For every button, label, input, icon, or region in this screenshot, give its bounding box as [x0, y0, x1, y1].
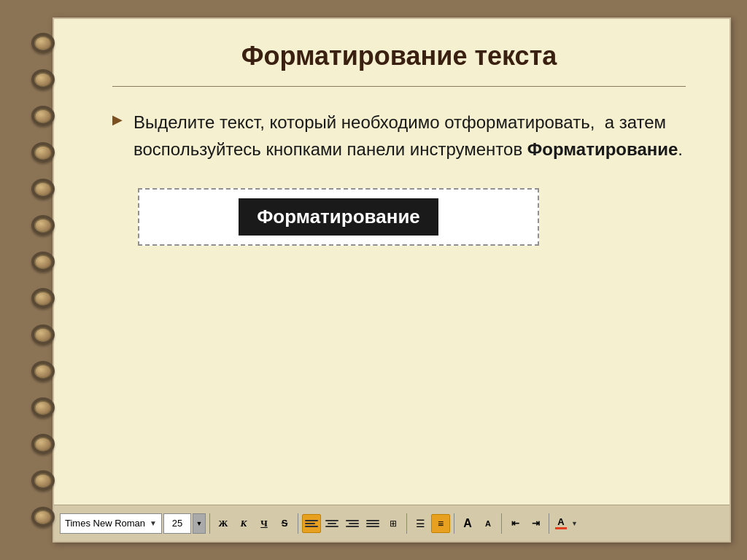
spiral-coil — [31, 179, 55, 199]
ordered-list-icon: ≡ — [438, 518, 444, 529]
align-line — [305, 526, 318, 527]
indent-increase-icon: ⇥ — [532, 518, 540, 529]
spiral-coil — [31, 252, 55, 272]
spiral-coil — [31, 361, 55, 381]
font-name-dropdown-arrow: ▼ — [150, 519, 157, 527]
font-size-box[interactable]: 25 — [163, 513, 191, 534]
ordered-list-button[interactable]: ≡ — [431, 514, 450, 533]
spiral-coil — [31, 142, 55, 163]
toolbar-preview-label: Форматирование — [239, 198, 438, 236]
spiral-coil — [31, 215, 55, 236]
outer-frame: Форматирование текста ▶ Выделите текст, … — [16, 10, 731, 550]
spiral-coil — [31, 397, 55, 418]
toolbar-image-preview: Форматирование — [138, 188, 539, 246]
bullet-section: ▶ Выделите текст, который необходимо отф… — [112, 109, 686, 163]
align-left-button[interactable] — [302, 514, 321, 533]
indent-decrease-icon: ⇤ — [511, 518, 519, 529]
font-increase-icon: A — [463, 517, 472, 530]
align-line — [366, 523, 379, 524]
align-justify-button[interactable] — [363, 514, 382, 533]
font-name-selector[interactable]: Times New Roman ▼ — [60, 513, 162, 534]
spiral-coil — [31, 33, 55, 53]
align-line — [305, 523, 315, 524]
size-arrow-icon: ▼ — [196, 520, 203, 527]
font-size-text: 25 — [172, 518, 182, 529]
list-icon: ☰ — [416, 518, 425, 529]
bold-formatting-word: Форматирование — [527, 139, 678, 159]
font-color-dropdown-arrow[interactable]: ▼ — [571, 520, 578, 527]
font-name-text: Times New Roman — [65, 518, 145, 529]
separator-1 — [209, 513, 210, 534]
slide-content: Форматирование текста ▶ Выделите текст, … — [54, 19, 729, 505]
unordered-list-button[interactable]: ☰ — [411, 514, 430, 533]
underline-button[interactable]: Ч — [255, 514, 274, 533]
spiral-coil — [31, 507, 55, 527]
slide-title: Форматирование текста — [112, 41, 686, 71]
align-line — [305, 520, 318, 521]
align-line — [366, 520, 379, 521]
spiral-coil — [31, 106, 55, 126]
align-line — [325, 520, 338, 521]
align-line — [328, 523, 336, 524]
font-color-bar — [555, 527, 567, 529]
font-color-letter: A — [557, 517, 564, 526]
font-size-dropdown[interactable]: ▼ — [193, 513, 206, 534]
align-center-button[interactable] — [322, 514, 341, 533]
bold-button[interactable]: Ж — [214, 514, 233, 533]
separator-2 — [298, 513, 298, 534]
bullet-icon: ▶ — [112, 112, 123, 128]
spiral-coil — [31, 288, 55, 308]
indent-decrease-button[interactable]: ⇤ — [506, 514, 525, 533]
align-line — [346, 526, 359, 527]
font-size-decrease-button[interactable]: A — [479, 514, 498, 533]
align-line — [366, 526, 379, 527]
align-line — [325, 526, 338, 527]
font-size-increase-button[interactable]: A — [458, 514, 477, 533]
separator-5 — [501, 513, 502, 534]
bullet-text: Выделите текст, который необходимо отфор… — [133, 109, 686, 163]
separator-3 — [406, 513, 407, 534]
columns-button[interactable]: ⊞ — [384, 514, 403, 533]
formatting-toolbar: Times New Roman ▼ 25 ▼ Ж К Ч — [54, 505, 729, 541]
font-decrease-icon: A — [485, 519, 491, 528]
separator-6 — [549, 513, 549, 534]
font-color-button[interactable]: A — [553, 515, 569, 532]
align-line — [349, 523, 359, 524]
indent-increase-button[interactable]: ⇥ — [526, 514, 545, 533]
spiral-binding — [25, 10, 61, 550]
columns-icon: ⊞ — [390, 518, 397, 529]
spiral-coil — [31, 434, 55, 454]
title-divider — [112, 86, 686, 87]
spiral-coil — [31, 324, 55, 345]
align-right-button[interactable] — [343, 514, 362, 533]
italic-button[interactable]: К — [234, 514, 253, 533]
separator-4 — [454, 513, 454, 534]
spiral-coil — [31, 69, 55, 90]
spiral-coil — [31, 470, 55, 491]
slide: Форматирование текста ▶ Выделите текст, … — [53, 18, 731, 542]
align-line — [346, 520, 359, 521]
strikethrough-button[interactable]: S — [275, 514, 294, 533]
